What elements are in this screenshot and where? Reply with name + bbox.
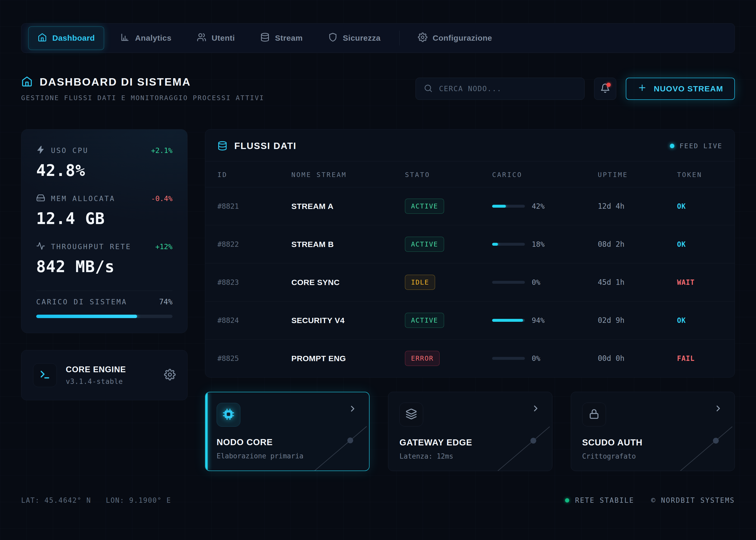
- home-icon: [38, 33, 47, 44]
- notification-badge-dot: [606, 83, 611, 87]
- card-subtitle: Crittografato: [582, 452, 723, 460]
- nav-item-configurazione[interactable]: Configurazione: [409, 26, 501, 50]
- stat-value: 42.8%: [36, 161, 173, 180]
- data-streams-panel: FLUSSI DATI FEED LIVE ID NOME STREAM STA…: [205, 129, 735, 377]
- stat-label: USO CPU: [51, 146, 88, 155]
- load-value: 18%: [532, 240, 545, 248]
- table-row[interactable]: #8821 STREAM A ACTIVE 42% 12d 4h OK: [205, 187, 735, 225]
- nav-item-dashboard[interactable]: Dashboard: [28, 26, 104, 50]
- layers-icon: [406, 408, 417, 421]
- stream-id: #8823: [217, 278, 291, 286]
- status-dot: [565, 498, 569, 502]
- column-header-carico: CARICO: [492, 171, 598, 179]
- stream-name: SECURITY V4: [291, 316, 405, 325]
- stream-id: #8824: [217, 316, 291, 325]
- load-cell: 0%: [492, 354, 598, 362]
- chevron-right-icon: [713, 404, 723, 414]
- nav-item-sicurezza[interactable]: Sicurezza: [319, 26, 390, 50]
- stat-cpu: USO CPU +2.1% 42.8%: [36, 145, 173, 194]
- search-box: [416, 78, 584, 100]
- search-input[interactable]: [439, 84, 576, 93]
- engine-settings-button[interactable]: [164, 369, 176, 381]
- uptime-value: 02d 9h: [598, 316, 677, 325]
- page-header: DASHBOARD DI SISTEMA GESTIONE FLUSSI DAT…: [21, 75, 735, 102]
- stat-delta: -0.4%: [151, 195, 173, 202]
- stream-name: CORE SYNC: [291, 278, 405, 287]
- longitude-readout: LON: 9.1900° E: [106, 496, 171, 504]
- table-row[interactable]: #8823 CORE SYNC IDLE 0% 45d 1h WAIT: [205, 263, 735, 302]
- load-cell: 42%: [492, 202, 598, 210]
- stream-name: PROMPT ENG: [291, 354, 405, 363]
- load-cell: 18%: [492, 240, 598, 248]
- engine-icon-tile: [33, 363, 57, 387]
- copyright: © NORDBIT SYSTEMS: [651, 496, 735, 504]
- nav-item-label: Stream: [275, 34, 303, 43]
- column-header-id: ID: [217, 171, 291, 179]
- nav-item-utenti[interactable]: Utenti: [188, 26, 244, 50]
- nav-item-label: Utenti: [211, 34, 235, 43]
- nav-item-label: Sicurezza: [343, 34, 381, 43]
- live-dot: [670, 144, 674, 148]
- status-badge: ACTIVE: [405, 313, 444, 328]
- table-row[interactable]: #8824 SECURITY V4 ACTIVE 94% 02d 9h OK: [205, 302, 735, 339]
- nav-item-stream[interactable]: Stream: [251, 26, 312, 50]
- top-navbar: Dashboard Analytics Utenti Stream Sicure…: [21, 23, 735, 53]
- token-status: FAIL: [677, 354, 722, 362]
- chevron-right-icon: [531, 404, 541, 414]
- column-header-uptime: UPTIME: [598, 171, 677, 179]
- page-title: DASHBOARD DI SISTEMA: [40, 76, 191, 88]
- stat-value: 842 MB/s: [36, 257, 173, 276]
- scudo-auth-card[interactable]: SCUDO AUTH Crittografato: [571, 392, 735, 471]
- home-icon: [21, 75, 33, 88]
- uptime-value: 12d 4h: [598, 202, 677, 210]
- gateway-edge-card[interactable]: GATEWAY EDGE Latenza: 12ms: [388, 392, 552, 471]
- load-bar: [492, 281, 525, 284]
- card-icon-tile: [217, 403, 240, 427]
- uptime-value: 45d 1h: [598, 278, 677, 287]
- table-body: #8821 STREAM A ACTIVE 42% 12d 4h OK #882…: [205, 187, 735, 377]
- load-bar: [492, 319, 525, 322]
- load-value: 42%: [532, 202, 545, 210]
- bar-chart-icon: [120, 33, 130, 44]
- load-cell: 94%: [492, 316, 598, 325]
- panel-title: FLUSSI DATI: [234, 141, 296, 151]
- search-icon: [424, 84, 433, 94]
- stat-label: MEM ALLOCATA: [51, 195, 115, 202]
- stat-label: THROUGHPUT RETE: [51, 242, 131, 251]
- load-bar: [492, 357, 525, 360]
- activity-icon: [36, 241, 45, 251]
- load-progress-fill: [36, 315, 137, 318]
- load-value: 0%: [532, 278, 541, 286]
- token-status: OK: [677, 240, 722, 248]
- table-row[interactable]: #8822 STREAM B ACTIVE 18% 08d 2h OK: [205, 225, 735, 263]
- notifications-button[interactable]: [594, 78, 616, 100]
- page-subtitle: GESTIONE FLUSSI DATI E MONITORAGGIO PROC…: [21, 94, 264, 102]
- card-subtitle: Latenza: 12ms: [399, 452, 541, 460]
- stream-id: #8822: [217, 240, 291, 248]
- feed-live-label: FEED LIVE: [680, 142, 722, 150]
- stat-memory: MEM ALLOCATA -0.4% 12.4 GB: [36, 194, 173, 241]
- table-row[interactable]: #8825 PROMPT ENG ERROR 0% 00d 0h FAIL: [205, 339, 735, 377]
- plus-icon: [637, 83, 647, 94]
- load-progress-bar: [36, 315, 173, 318]
- card-title: NODO CORE: [217, 437, 358, 447]
- stream-name: STREAM A: [291, 202, 405, 211]
- status-badge: ACTIVE: [405, 199, 444, 214]
- load-percentage: 74%: [159, 298, 173, 306]
- cpu-icon: [223, 408, 234, 421]
- load-cell: 0%: [492, 278, 598, 286]
- nav-item-label: Configurazione: [433, 34, 492, 43]
- new-stream-button[interactable]: NUOVO STREAM: [626, 78, 735, 100]
- load-value: 0%: [532, 354, 541, 362]
- token-status: WAIT: [677, 278, 722, 286]
- nav-item-analytics[interactable]: Analytics: [111, 26, 181, 50]
- card-icon-tile: [399, 403, 423, 426]
- column-header-stato: STATO: [405, 171, 492, 179]
- divider: [36, 291, 173, 291]
- node-core-card[interactable]: NODO CORE Elaborazione primaria: [205, 392, 370, 471]
- engine-title: CORE ENGINE: [66, 365, 126, 374]
- status-badge: ACTIVE: [405, 237, 444, 252]
- stat-delta: +2.1%: [151, 146, 173, 155]
- stat-value: 12.4 GB: [36, 209, 173, 228]
- uptime-value: 08d 2h: [598, 240, 677, 249]
